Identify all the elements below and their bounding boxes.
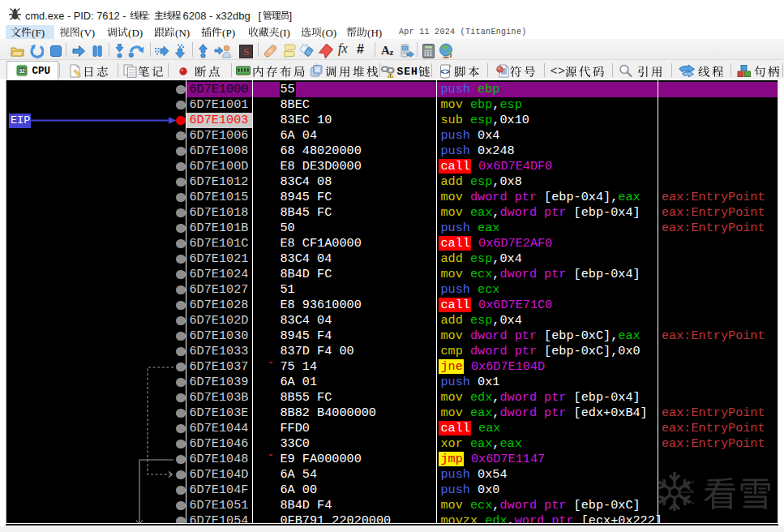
svg-text:S: S: [243, 45, 249, 58]
svg-text:32: 32: [19, 68, 25, 74]
svg-text:<>: <>: [440, 67, 450, 76]
